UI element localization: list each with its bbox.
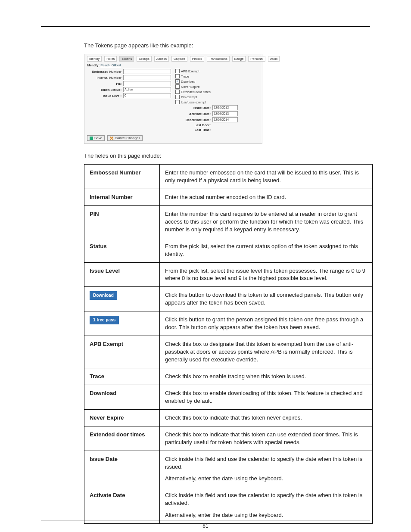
- level-select[interactable]: 0: [123, 93, 171, 98]
- identity-line: Identity: Peach, Gilbert: [87, 63, 259, 67]
- table-row: DownloadCheck this box to enable downloa…: [84, 385, 373, 409]
- cancel-button[interactable]: Cancel Changes: [107, 135, 143, 141]
- field-name-cell: PIN: [84, 205, 160, 238]
- save-button[interactable]: Save: [87, 135, 105, 141]
- cancel-icon: [110, 137, 113, 140]
- tab-identity[interactable]: Identity: [87, 56, 102, 62]
- field-name-cell: Issue Level: [84, 262, 160, 287]
- checkbox-label: Use/Lose exempt: [181, 100, 206, 104]
- last-door-label: Last Door:: [175, 123, 212, 127]
- identity-label: Identity:: [87, 63, 100, 67]
- checkbox-label: Extended door times: [181, 90, 211, 94]
- checkbox-label: Never Expire: [181, 85, 199, 89]
- field-desc-cell: Click inside this field and use the cale…: [160, 451, 373, 487]
- field-name-cell: Trace: [84, 368, 160, 385]
- embossed-label: Embossed Number: [87, 70, 123, 74]
- footer-rule: [41, 520, 370, 520]
- field-name-cell: Embossed Number: [84, 165, 160, 189]
- checkbox[interactable]: [175, 95, 180, 99]
- field-name-cell: APB Exempt: [84, 336, 160, 368]
- table-row: StatusFrom the pick list, select the cur…: [84, 238, 373, 262]
- tab-roles[interactable]: Roles: [104, 56, 117, 62]
- download-button[interactable]: Download: [90, 291, 117, 300]
- identity-link[interactable]: Peach, Gilbert: [100, 63, 121, 67]
- field-desc-cell: From the pick list, select the issue lev…: [160, 262, 373, 287]
- issue-date-input[interactable]: 12/16/2012: [212, 105, 238, 110]
- field-desc-cell: Enter the number this card requires to b…: [160, 205, 373, 238]
- tokens-screenshot: IdentityRolesTokensGroupsAccessCapturePh…: [84, 54, 262, 144]
- field-desc-cell: Check this box to indicate that this tok…: [160, 426, 373, 451]
- tab-badge[interactable]: Badge: [232, 56, 246, 62]
- status-select[interactable]: Active: [123, 87, 171, 92]
- field-name-cell: Download: [84, 385, 160, 409]
- checkbox-label: Trace: [181, 75, 189, 78]
- checkbox[interactable]: ✓: [175, 79, 180, 84]
- embossed-input[interactable]: [123, 69, 171, 74]
- tab-tokens[interactable]: Tokens: [119, 56, 134, 62]
- table-row: Issue DateClick inside this field and us…: [84, 451, 373, 487]
- field-desc-cell: Check this box to enable tracing when th…: [160, 368, 373, 385]
- field-name-cell: Extended door times: [84, 426, 160, 451]
- pin-input[interactable]: [123, 81, 171, 86]
- checkbox-label: Pin exempt: [181, 95, 197, 99]
- tab-access[interactable]: Access: [154, 56, 169, 62]
- field-desc-cell: Enter the actual number encoded on the I…: [160, 189, 373, 205]
- table-row: PINEnter the number this card requires t…: [84, 205, 373, 238]
- table-row: Never ExpireCheck this box to indicate t…: [84, 409, 373, 426]
- status-label: Token Status:: [87, 88, 123, 92]
- internal-label: Internal Number: [87, 76, 123, 80]
- fields-table: Embossed NumberEnter the number embossed…: [84, 164, 373, 524]
- field-desc-cell: Check this box to enable downloading of …: [160, 385, 373, 409]
- intro-text-1: The Tokens page appears like this exampl…: [84, 42, 370, 49]
- table-row: Internal NumberEnter the actual number e…: [84, 189, 373, 205]
- checkbox[interactable]: [175, 69, 180, 73]
- save-button-label: Save: [94, 136, 102, 140]
- field-name-cell: Download: [84, 287, 160, 311]
- field-name-cell: Never Expire: [84, 409, 160, 426]
- last-time-label: Last Time:: [175, 128, 212, 132]
- field-desc-cell: Click this button to grant the person as…: [160, 311, 373, 336]
- table-row: 1 free passClick this button to grant th…: [84, 311, 373, 336]
- checkbox[interactable]: [175, 84, 180, 89]
- checkbox-label: Download: [181, 80, 195, 84]
- tab-transactions[interactable]: Transactions: [207, 56, 230, 62]
- field-desc-cell: Check this box to designate that this to…: [160, 336, 373, 368]
- table-row: Extended door timesCheck this box to ind…: [84, 426, 373, 451]
- activate-date-label: Activate Date:: [175, 112, 212, 116]
- tab-personal[interactable]: Personal: [248, 56, 265, 62]
- 1-free-pass-button[interactable]: 1 free pass: [90, 316, 119, 324]
- check-icon: [90, 137, 93, 140]
- field-desc-cell: Click this button to download this token…: [160, 287, 373, 311]
- checkbox[interactable]: [175, 100, 180, 104]
- internal-input[interactable]: [123, 75, 171, 80]
- table-row: APB ExemptCheck this box to designate th…: [84, 336, 373, 368]
- checkbox[interactable]: [175, 74, 180, 78]
- field-desc-cell: Check this box to indicate that this tok…: [160, 409, 373, 426]
- field-name-cell: 1 free pass: [84, 311, 160, 336]
- table-row: Embossed NumberEnter the number embossed…: [84, 165, 373, 189]
- field-desc-cell: Click inside this field and use the cale…: [160, 487, 373, 524]
- intro-text-2: The fields on this page include:: [84, 152, 370, 159]
- field-name-cell: Activate Date: [84, 487, 160, 524]
- table-row: Issue LevelFrom the pick list, select th…: [84, 262, 373, 287]
- tab-groups[interactable]: Groups: [137, 56, 152, 62]
- deactivate-date-input[interactable]: 12/02/2014: [212, 117, 238, 122]
- level-label: Issue Level:: [87, 94, 123, 98]
- table-row: TraceCheck this box to enable tracing wh…: [84, 368, 373, 385]
- activate-date-input[interactable]: 12/02/2013: [212, 111, 238, 116]
- table-row: Activate DateClick inside this field and…: [84, 487, 373, 524]
- field-desc-cell: From the pick list, select the current s…: [160, 238, 373, 262]
- tab-photos[interactable]: Photos: [190, 56, 204, 62]
- top-rule: [41, 26, 370, 27]
- checkbox-label: APB Exempt: [181, 69, 199, 73]
- deactivate-date-label: Deactivate Date:: [175, 118, 212, 122]
- tab-audit[interactable]: Audit: [268, 56, 280, 62]
- page-number: 81: [0, 523, 411, 529]
- tab-capture[interactable]: Capture: [171, 56, 187, 62]
- field-desc-cell: Enter the number embossed on the card th…: [160, 165, 373, 189]
- issue-date-label: Issue Date:: [175, 106, 212, 110]
- field-name-cell: Internal Number: [84, 189, 160, 205]
- field-name-cell: Issue Date: [84, 451, 160, 487]
- checkbox[interactable]: [175, 90, 180, 94]
- pin-label: PIN: [87, 82, 123, 86]
